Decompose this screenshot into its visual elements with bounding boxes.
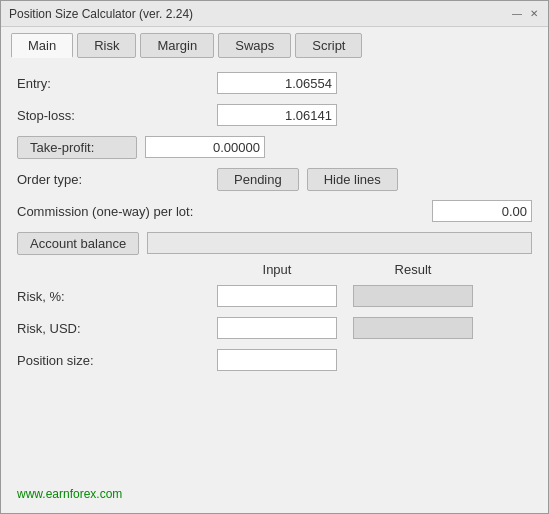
main-window: Position Size Calculator (ver. 2.24) — ✕… <box>0 0 549 514</box>
entry-row: Entry: <box>17 70 532 96</box>
tab-script[interactable]: Script <box>295 33 362 58</box>
accountbalance-display <box>147 232 532 254</box>
entry-label: Entry: <box>17 76 217 91</box>
risk-usd-row: Risk, USD: <box>17 315 532 341</box>
risk-pct-input[interactable] <box>217 285 337 307</box>
risk-usd-label: Risk, USD: <box>17 321 217 336</box>
takeprofit-button[interactable]: Take-profit: <box>17 136 137 159</box>
tab-main[interactable]: Main <box>11 33 73 58</box>
stoploss-input[interactable] <box>217 104 337 126</box>
commission-row: Commission (one-way) per lot: <box>17 198 532 224</box>
risk-usd-result <box>353 317 473 339</box>
result-col-header: Result <box>353 262 473 277</box>
input-col-header: Input <box>217 262 337 277</box>
positionsize-row: Position size: <box>17 347 532 373</box>
pending-button[interactable]: Pending <box>217 168 299 191</box>
risk-pct-result <box>353 285 473 307</box>
accountbalance-row: Account balance <box>17 230 532 256</box>
entry-input[interactable] <box>217 72 337 94</box>
minimize-button[interactable]: — <box>510 8 524 19</box>
input-result-header: Input Result <box>217 262 532 277</box>
tab-margin[interactable]: Margin <box>140 33 214 58</box>
hidelines-button[interactable]: Hide lines <box>307 168 398 191</box>
main-content: Entry: Stop-loss: Take-profit: Order typ… <box>1 62 548 513</box>
close-button[interactable]: ✕ <box>528 8 540 19</box>
ordertype-label: Order type: <box>17 172 217 187</box>
tab-bar: Main Risk Margin Swaps Script <box>1 27 548 62</box>
commission-input[interactable] <box>432 200 532 222</box>
risk-pct-row: Risk, %: <box>17 283 532 309</box>
title-controls: — ✕ <box>510 8 540 19</box>
ordertype-row: Order type: Pending Hide lines <box>17 166 532 192</box>
accountbalance-button[interactable]: Account balance <box>17 232 139 255</box>
takeprofit-row: Take-profit: <box>17 134 532 160</box>
tab-risk[interactable]: Risk <box>77 33 136 58</box>
stoploss-row: Stop-loss: <box>17 102 532 128</box>
window-title: Position Size Calculator (ver. 2.24) <box>9 7 193 21</box>
risk-usd-input[interactable] <box>217 317 337 339</box>
tab-swaps[interactable]: Swaps <box>218 33 291 58</box>
earnforex-link[interactable]: www.earnforex.com <box>17 481 532 505</box>
commission-label: Commission (one-way) per lot: <box>17 204 432 219</box>
positionsize-label: Position size: <box>17 353 217 368</box>
title-bar: Position Size Calculator (ver. 2.24) — ✕ <box>1 1 548 27</box>
positionsize-input[interactable] <box>217 349 337 371</box>
takeprofit-input[interactable] <box>145 136 265 158</box>
risk-pct-label: Risk, %: <box>17 289 217 304</box>
stoploss-label: Stop-loss: <box>17 108 217 123</box>
